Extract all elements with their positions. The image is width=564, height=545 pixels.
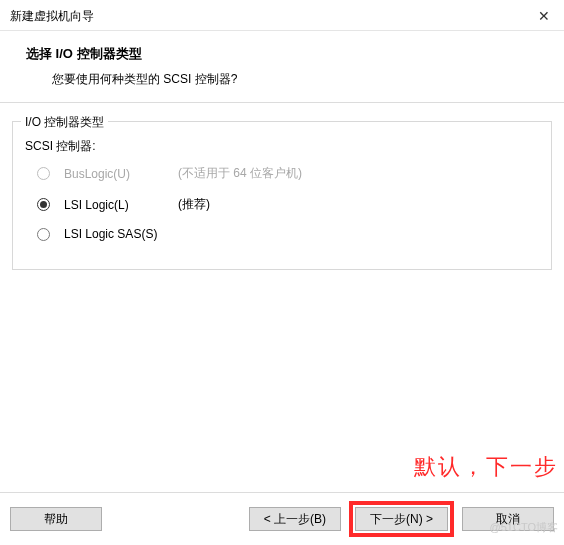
content-area: I/O 控制器类型 SCSI 控制器: BusLogic(U) (不适用于 64… [0,103,564,270]
page-title: 选择 I/O 控制器类型 [26,45,554,63]
radio-hint: (推荐) [178,196,210,213]
page-subtitle: 您要使用何种类型的 SCSI 控制器? [26,71,554,88]
radio-label: BusLogic(U) [64,167,164,181]
radio-icon [37,167,50,180]
wizard-header: 选择 I/O 控制器类型 您要使用何种类型的 SCSI 控制器? [0,31,564,103]
io-controller-group: I/O 控制器类型 SCSI 控制器: BusLogic(U) (不适用于 64… [12,121,552,270]
radio-buslogic: BusLogic(U) (不适用于 64 位客户机) [37,165,541,182]
next-button[interactable]: 下一步(N) > [355,507,448,531]
annotation-text: 默认，下一步 [414,452,558,482]
group-legend: I/O 控制器类型 [21,114,108,131]
scsi-label: SCSI 控制器: [25,138,541,155]
next-highlight: 下一步(N) > [349,501,454,537]
radio-label: LSI Logic SAS(S) [64,227,164,241]
radio-lsilogic[interactable]: LSI Logic(L) (推荐) [37,196,541,213]
radio-label: LSI Logic(L) [64,198,164,212]
help-button[interactable]: 帮助 [10,507,102,531]
close-icon[interactable]: ✕ [534,6,554,26]
radio-lsisas[interactable]: LSI Logic SAS(S) [37,227,541,241]
button-bar: 帮助 < 上一步(B) 下一步(N) > 取消 [0,492,564,545]
radio-icon[interactable] [37,198,50,211]
back-button[interactable]: < 上一步(B) [249,507,341,531]
titlebar: 新建虚拟机向导 ✕ [0,0,564,31]
cancel-button[interactable]: 取消 [462,507,554,531]
window-title: 新建虚拟机向导 [10,8,94,25]
radio-icon[interactable] [37,228,50,241]
radio-hint: (不适用于 64 位客户机) [178,165,302,182]
